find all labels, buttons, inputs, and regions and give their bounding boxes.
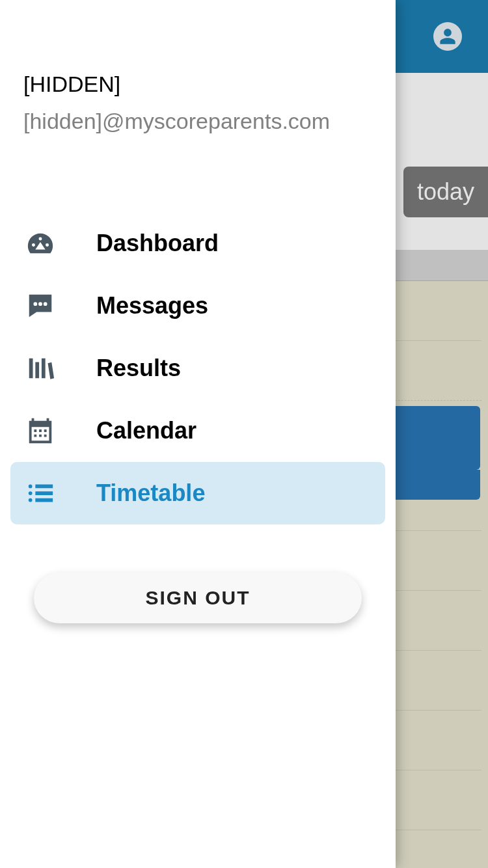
- navigation-drawer: [HIDDEN] [hidden]@myscoreparents.com Das…: [0, 0, 396, 868]
- library-icon: [25, 353, 56, 384]
- gauge-icon: [25, 228, 56, 259]
- chat-icon: [25, 290, 56, 321]
- calendar-icon: [25, 415, 56, 446]
- list-icon: [25, 478, 56, 509]
- drawer-nav: Dashboard Messages Results Calendar: [0, 212, 396, 524]
- sidebar-item-results[interactable]: Results: [10, 337, 385, 400]
- sidebar-item-label: Calendar: [96, 417, 197, 444]
- sidebar-item-dashboard[interactable]: Dashboard: [10, 212, 385, 275]
- signout-button[interactable]: SIGN OUT: [34, 573, 362, 623]
- app-root: today [HIDDEN] [hidden]@myscorep: [0, 0, 488, 868]
- signout-container: SIGN OUT: [0, 573, 396, 623]
- user-name: [HIDDEN]: [23, 72, 372, 97]
- sidebar-item-calendar[interactable]: Calendar: [10, 400, 385, 462]
- sidebar-item-messages[interactable]: Messages: [10, 275, 385, 337]
- drawer-header: [HIDDEN] [hidden]@myscoreparents.com: [0, 0, 396, 134]
- sidebar-item-label: Timetable: [96, 480, 205, 507]
- sidebar-item-timetable[interactable]: Timetable: [10, 462, 385, 524]
- user-email: [hidden]@myscoreparents.com: [23, 109, 372, 134]
- sidebar-item-label: Messages: [96, 292, 208, 319]
- sidebar-item-label: Results: [96, 355, 181, 382]
- sidebar-item-label: Dashboard: [96, 230, 219, 257]
